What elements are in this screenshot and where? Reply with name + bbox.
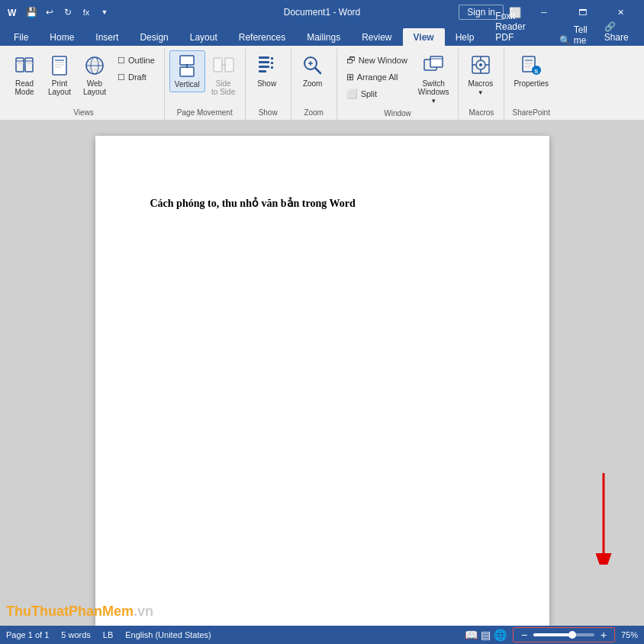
arrange-all-label: Arrange All: [357, 72, 398, 82]
web-layout-label: WebLayout: [83, 79, 106, 96]
new-window-icon: 🗗: [346, 55, 356, 66]
show-button[interactable]: Show: [250, 50, 284, 91]
tab-layout[interactable]: Layout: [179, 28, 228, 46]
redo-qa-btn[interactable]: ↻: [60, 4, 76, 21]
read-mode-label: ReadMode: [14, 79, 34, 96]
outline-button[interactable]: ☐ Outline: [113, 52, 159, 69]
zoom-group-label: Zoom: [296, 107, 332, 120]
draft-label: Draft: [128, 72, 147, 82]
macros-icon: [469, 53, 493, 78]
vertical-icon: [175, 54, 199, 79]
web-layout-icon: [82, 53, 107, 78]
print-layout-label: PrintLayout: [48, 79, 71, 96]
print-layout-icon: [47, 53, 72, 78]
side-to-side-button[interactable]: Sideto Side: [207, 50, 240, 99]
save-qa-btn[interactable]: 💾: [23, 4, 40, 21]
macros-arrow: ▼: [478, 89, 484, 96]
search-icon[interactable]: 🔍: [559, 35, 571, 46]
macros-button[interactable]: Macros ▼: [463, 50, 497, 99]
zoom-button[interactable]: Zoom: [296, 50, 330, 91]
tab-home[interactable]: Home: [39, 28, 85, 46]
sharepoint-group-content: S Properties: [509, 50, 553, 107]
svg-rect-33: [271, 62, 273, 64]
outline-checkbox: ☐: [118, 56, 125, 66]
print-layout-button[interactable]: PrintLayout: [43, 50, 76, 99]
tab-file[interactable]: File: [3, 28, 39, 46]
read-view-icon[interactable]: 📖: [465, 629, 478, 641]
views-small-btns: ☐ Outline ☐ Draft: [113, 50, 159, 85]
page-indicator: Page 1 of 1: [6, 630, 49, 639]
tell-me-field[interactable]: Tell me: [574, 24, 594, 46]
customize-qa-btn[interactable]: ▼: [96, 4, 113, 21]
lb-indicator: LB: [103, 630, 113, 639]
svg-rect-19: [180, 67, 194, 76]
draft-button[interactable]: ☐ Draft: [113, 69, 159, 85]
print-view-icon[interactable]: ▤: [481, 629, 491, 641]
formula-qa-btn[interactable]: fx: [78, 4, 95, 21]
watermark-text: ThuThuatPhanMem: [6, 604, 134, 619]
zoom-level[interactable]: 75%: [621, 630, 638, 639]
window-group-label: Window: [342, 108, 454, 121]
zoom-plus-btn[interactable]: +: [597, 629, 610, 641]
zoom-slider-thumb[interactable]: [568, 631, 576, 639]
svg-text:W: W: [8, 8, 17, 18]
side-to-side-icon: [211, 53, 236, 78]
web-view-icon[interactable]: 🌐: [494, 629, 507, 641]
properties-button[interactable]: S Properties: [509, 50, 553, 91]
split-icon: ⬜: [346, 89, 358, 99]
tab-foxit[interactable]: Foxit Reader PDF: [485, 7, 555, 46]
tab-help[interactable]: Help: [445, 28, 485, 46]
zoom-slider-track[interactable]: [533, 633, 594, 636]
arrange-all-button[interactable]: ⊞ Arrange All: [342, 69, 412, 85]
web-layout-button[interactable]: WebLayout: [78, 50, 111, 99]
switch-windows-icon: [421, 53, 446, 78]
tab-review[interactable]: Review: [351, 28, 402, 46]
svg-rect-8: [53, 56, 66, 75]
tab-view[interactable]: View: [403, 28, 445, 46]
svg-rect-29: [259, 61, 269, 63]
split-button[interactable]: ⬜ Split: [342, 85, 412, 102]
tab-insert[interactable]: Insert: [85, 28, 129, 46]
switch-windows-arrow: ▼: [430, 98, 436, 105]
zoom-minus-btn[interactable]: −: [518, 629, 530, 641]
new-window-button[interactable]: 🗗 New Window: [342, 52, 412, 69]
show-icon: [255, 53, 279, 78]
title-bar-left: W 💾 ↩ ↻ fx ▼: [6, 4, 113, 21]
tab-design[interactable]: Design: [129, 28, 179, 46]
switch-windows-button[interactable]: SwitchWindows ▼: [414, 50, 454, 108]
arrow-annotation: [592, 473, 615, 565]
ribbon-tabs: File Home Insert Design Layout Reference…: [0, 24, 644, 46]
window-small-btns: 🗗 New Window ⊞ Arrange All ⬜ Split: [342, 50, 412, 102]
watermark: ThuThuatPhanMem.vn: [0, 601, 159, 623]
side-to-side-label: Sideto Side: [211, 79, 235, 96]
document-page: Cách phóng to, thu nhỏ văn bản trong Wor…: [95, 136, 549, 626]
page-movement-group-content: Vertical Sideto Side: [169, 50, 240, 107]
svg-rect-31: [259, 70, 266, 72]
ribbon-group-macros: Macros ▼ Macros: [459, 49, 504, 120]
tab-references[interactable]: References: [228, 28, 296, 46]
page-movement-group-label: Page Movement: [169, 107, 240, 120]
tab-share[interactable]: 🔗 Share: [594, 18, 641, 46]
ribbon-group-sharepoint: S Properties SharePoint: [504, 49, 558, 120]
ribbon-group-views: ReadMode PrintLayout WebLayout ☐ Outline: [3, 49, 165, 120]
vertical-button[interactable]: Vertical: [169, 50, 205, 92]
svg-line-36: [315, 68, 320, 73]
zoom-slider-area[interactable]: − +: [513, 627, 615, 642]
document-content: Cách phóng to, thu nhỏ văn bản trong Wor…: [150, 197, 494, 210]
svg-rect-2: [16, 58, 24, 72]
sharepoint-group-label: SharePoint: [509, 107, 553, 120]
document-title: Document1 - Word: [284, 7, 360, 18]
draft-checkbox: ☐: [118, 72, 125, 82]
tab-mailings[interactable]: Mailings: [296, 28, 351, 46]
undo-qa-btn[interactable]: ↩: [41, 4, 58, 21]
svg-point-44: [479, 63, 482, 66]
show-label: Show: [257, 79, 276, 88]
main-area: Cách phóng to, thu nhỏ văn bản trong Wor…: [0, 121, 644, 626]
ribbon-group-zoom: Zoom Zoom: [291, 49, 337, 120]
arrange-all-icon: ⊞: [346, 72, 354, 82]
views-group-label: Views: [8, 107, 159, 120]
read-mode-button[interactable]: ReadMode: [8, 50, 41, 99]
quick-access-toolbar: 💾 ↩ ↻ fx ▼: [23, 4, 113, 21]
new-window-label: New Window: [359, 56, 407, 65]
word-icon: W: [6, 6, 18, 18]
